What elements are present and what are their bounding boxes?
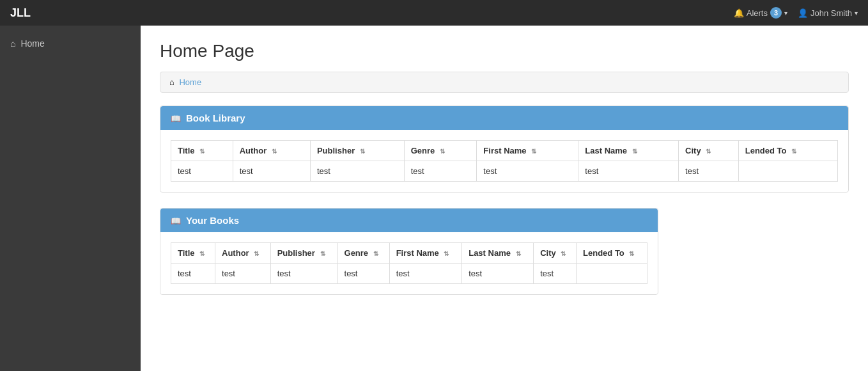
yb-col-publisher-sort: ⇅ — [320, 250, 325, 257]
cell-city: test — [679, 161, 739, 182]
col-first-name[interactable]: First Name ⇅ — [477, 141, 578, 161]
sidebar: Home — [0, 26, 141, 371]
cell-last_name: test — [462, 264, 534, 284]
col-title-label: Title — [178, 146, 195, 155]
yb-col-title-sort: ⇅ — [199, 250, 205, 257]
yb-col-last-name-sort: ⇅ — [516, 250, 521, 257]
breadcrumb: ⌂ Home — [160, 72, 849, 93]
col-author-sort: ⇅ — [272, 148, 277, 155]
col-city-sort: ⇅ — [706, 148, 711, 155]
user-name: John Smith — [810, 8, 852, 18]
yb-col-lended-to-sort: ⇅ — [629, 250, 634, 257]
col-genre-label: Genre — [411, 146, 435, 155]
col-lended-to[interactable]: Lended To ⇅ — [738, 141, 837, 161]
col-publisher-label: Publisher — [317, 146, 355, 155]
cell-genre: test — [404, 161, 477, 182]
col-author-label: Author — [240, 146, 267, 155]
cell-publisher: test — [270, 264, 337, 284]
your-books-title: Your Books — [186, 215, 239, 226]
cell-publisher: test — [310, 161, 404, 182]
col-author[interactable]: Author ⇅ — [233, 141, 310, 161]
cell-author: test — [233, 161, 310, 182]
yb-col-author-sort: ⇅ — [254, 250, 259, 257]
navbar-brand: JLL — [10, 6, 31, 20]
book-library-body: Title ⇅ Author ⇅ Publisher ⇅ — [160, 130, 848, 192]
yb-col-lended-to-label: Lended To — [583, 248, 624, 258]
yb-col-title-label: Title — [178, 248, 195, 258]
layout: Home Home Page ⌂ Home Book Library Title — [0, 26, 868, 371]
user-menu[interactable]: John Smith ▾ — [798, 8, 858, 18]
yb-col-publisher-label: Publisher — [277, 248, 315, 258]
your-books-panel-header: Your Books — [160, 209, 658, 232]
yb-col-publisher[interactable]: Publisher ⇅ — [270, 243, 337, 264]
breadcrumb-home-link[interactable]: Home — [179, 77, 201, 87]
cell-first_name: test — [389, 264, 462, 284]
alerts-label: Alerts — [747, 8, 768, 18]
breadcrumb-home-icon: ⌂ — [169, 77, 174, 87]
col-last-name-label: Last Name — [585, 146, 627, 155]
yb-col-title[interactable]: Title ⇅ — [171, 243, 215, 264]
your-books-panel: Your Books Title ⇅ Author ⇅ — [160, 208, 658, 295]
book-library-header-row: Title ⇅ Author ⇅ Publisher ⇅ — [171, 141, 838, 161]
col-title-sort: ⇅ — [199, 148, 205, 155]
cell-last_name: test — [578, 161, 679, 182]
user-caret: ▾ — [855, 10, 858, 17]
yb-col-last-name[interactable]: Last Name ⇅ — [462, 243, 534, 264]
alerts-dropdown[interactable]: Alerts 3 ▾ — [734, 7, 787, 19]
table-row: testtesttesttesttesttesttest — [171, 264, 647, 284]
yb-col-city[interactable]: City ⇅ — [534, 243, 577, 264]
yb-col-first-name-sort: ⇅ — [444, 250, 449, 257]
yb-col-last-name-label: Last Name — [469, 248, 511, 258]
cell-title: test — [171, 161, 233, 182]
yb-col-author[interactable]: Author ⇅ — [215, 243, 271, 264]
col-first-name-label: First Name — [483, 146, 526, 155]
yb-col-genre-sort: ⇅ — [373, 250, 378, 257]
your-books-header-row: Title ⇅ Author ⇅ Publisher ⇅ — [171, 243, 647, 264]
col-lended-to-sort: ⇅ — [791, 148, 796, 155]
book-library-icon — [171, 113, 181, 123]
navbar: JLL Alerts 3 ▾ John Smith ▾ — [0, 0, 868, 26]
yb-col-genre-label: Genre — [345, 248, 369, 258]
col-city[interactable]: City ⇅ — [679, 141, 739, 161]
cell-author: test — [215, 264, 271, 284]
sidebar-item-home[interactable]: Home — [0, 32, 141, 55]
book-library-panel-header: Book Library — [160, 106, 848, 130]
cell-lended_to — [738, 161, 837, 182]
yb-col-genre[interactable]: Genre ⇅ — [337, 243, 389, 264]
col-first-name-sort: ⇅ — [531, 148, 536, 155]
book-library-panel: Book Library Title ⇅ Author ⇅ — [160, 106, 849, 193]
book-library-table: Title ⇅ Author ⇅ Publisher ⇅ — [171, 140, 838, 182]
book-library-title: Book Library — [186, 113, 245, 123]
cell-city: test — [534, 264, 577, 284]
sidebar-item-home-label: Home — [20, 38, 44, 49]
your-books-icon — [171, 215, 181, 226]
cell-title: test — [171, 264, 215, 284]
your-books-body: Title ⇅ Author ⇅ Publisher ⇅ — [160, 232, 658, 294]
col-city-label: City — [685, 146, 701, 155]
col-title[interactable]: Title ⇅ — [171, 141, 233, 161]
col-publisher-sort: ⇅ — [360, 148, 365, 155]
col-last-name[interactable]: Last Name ⇅ — [578, 141, 679, 161]
yb-col-city-label: City — [540, 248, 556, 258]
yb-col-lended-to[interactable]: Lended To ⇅ — [577, 243, 647, 264]
cell-genre: test — [337, 264, 389, 284]
navbar-right: Alerts 3 ▾ John Smith ▾ — [734, 7, 858, 19]
col-genre[interactable]: Genre ⇅ — [404, 141, 477, 161]
yb-col-author-label: Author — [222, 248, 249, 258]
main-content: Home Page ⌂ Home Book Library Title ⇅ — [141, 26, 868, 371]
page-title: Home Page — [160, 41, 849, 61]
alerts-caret: ▾ — [784, 10, 787, 17]
yb-col-city-sort: ⇅ — [561, 250, 566, 257]
yb-col-first-name[interactable]: First Name ⇅ — [389, 243, 462, 264]
cell-lended_to — [577, 264, 647, 284]
col-publisher[interactable]: Publisher ⇅ — [310, 141, 404, 161]
user-icon — [798, 8, 808, 18]
home-icon — [10, 38, 15, 49]
bell-icon — [734, 8, 744, 18]
your-books-table: Title ⇅ Author ⇅ Publisher ⇅ — [171, 242, 647, 284]
col-lended-to-label: Lended To — [745, 146, 787, 155]
col-genre-sort: ⇅ — [440, 148, 445, 155]
cell-first_name: test — [477, 161, 578, 182]
table-row: testtesttesttesttesttesttest — [171, 161, 838, 182]
alerts-badge: 3 — [770, 7, 782, 19]
